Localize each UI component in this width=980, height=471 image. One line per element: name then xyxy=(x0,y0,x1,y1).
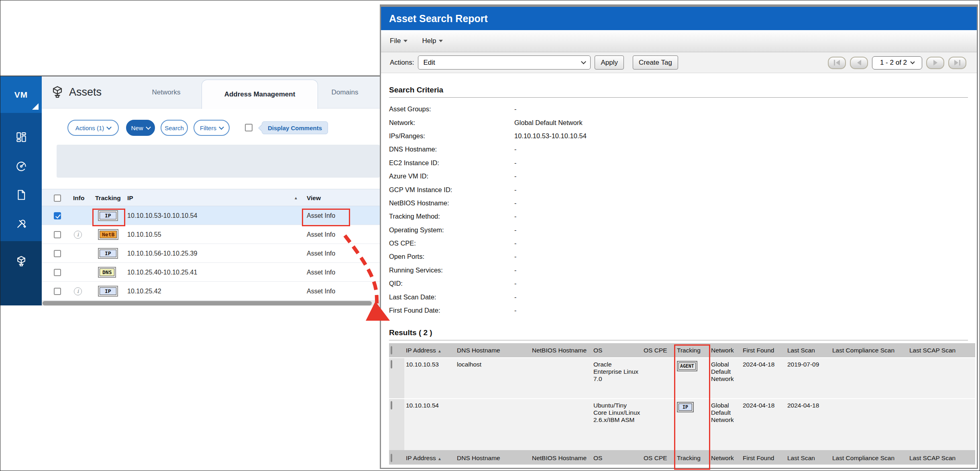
result-os-cpe xyxy=(642,399,675,450)
column-header-os[interactable]: OS xyxy=(592,343,642,358)
info-icon[interactable] xyxy=(74,282,82,301)
actions-dropdown-button[interactable]: Actions (1) xyxy=(67,120,119,136)
asset-info-link[interactable]: Asset Info xyxy=(307,263,335,282)
results-select-all-checkbox[interactable] xyxy=(389,343,404,358)
search-button-label: Search xyxy=(165,125,184,131)
results-row[interactable]: 10.10.10.54 Ubuntu/Tiny Core Linux/Linux… xyxy=(389,399,975,450)
results-select-all-checkbox[interactable] xyxy=(389,450,404,465)
column-header-os[interactable]: OS xyxy=(592,450,642,465)
column-header-ip[interactable]: IP xyxy=(127,189,133,207)
sidebar-item-assets-selected[interactable] xyxy=(0,241,42,305)
column-header-last-scap-scan[interactable]: Last SCAP Scan xyxy=(908,343,975,358)
scrollbar-thumb[interactable] xyxy=(43,301,372,305)
vm-sidebar: VM xyxy=(0,76,42,305)
search-button[interactable]: Search xyxy=(161,120,188,136)
ip-table-row[interactable]: IP 10.10.10.53-10.10.10.54 Asset Info xyxy=(42,206,380,225)
column-header-netbios-hostname[interactable]: NetBIOS Hostname xyxy=(530,343,592,358)
prev-page-button[interactable] xyxy=(850,57,868,69)
column-header-ip-address[interactable]: IP Address ▲ xyxy=(404,343,455,358)
result-tracking-badge: IP xyxy=(675,399,709,450)
filters-dropdown-button[interactable]: Filters xyxy=(194,120,230,136)
next-page-button[interactable] xyxy=(926,57,944,69)
assets-content: Assets Networks Address Management Domai… xyxy=(42,76,380,305)
row-checkbox[interactable] xyxy=(54,225,61,244)
menu-file[interactable]: File xyxy=(390,37,407,45)
column-header-last-compliance-scan[interactable]: Last Compliance Scan xyxy=(831,343,908,358)
actions-select[interactable]: Edit xyxy=(418,55,591,70)
column-header-network[interactable]: Network xyxy=(709,343,741,358)
criteria-label: Open Ports: xyxy=(389,253,514,260)
tab-address-management[interactable]: Address Management xyxy=(202,80,318,109)
column-header-os-cpe[interactable]: OS CPE xyxy=(642,450,675,465)
row-checkbox[interactable] xyxy=(389,399,404,450)
column-header-first-found[interactable]: First Found xyxy=(741,343,786,358)
column-header-view[interactable]: View xyxy=(307,189,321,207)
tab-networks[interactable]: Networks xyxy=(142,76,190,109)
menu-help[interactable]: Help xyxy=(422,37,443,45)
column-header-ip-address[interactable]: IP Address ▲ xyxy=(404,450,455,465)
first-page-button[interactable] xyxy=(828,57,846,69)
sidebar-item-scans[interactable] xyxy=(0,212,42,238)
info-icon[interactable] xyxy=(74,225,82,244)
asset-info-link[interactable]: Asset Info xyxy=(307,225,335,244)
asset-info-link[interactable]: Asset Info xyxy=(307,244,335,263)
criteria-label: Network: xyxy=(389,119,514,127)
ip-range-value: 10.10.10.53-10.10.10.54 xyxy=(127,206,197,225)
first-page-icon xyxy=(834,60,835,66)
criteria-value: - xyxy=(514,105,968,113)
row-checkbox[interactable] xyxy=(389,358,404,399)
ip-table-row[interactable]: IP 10.10.10.56-10.10.25.39 Asset Info xyxy=(42,244,380,263)
ip-table-row[interactable]: NetB 10.10.10.55 Asset Info xyxy=(42,225,380,244)
ip-range-value: 10.10.25.42 xyxy=(127,282,161,301)
sidebar-item-dashboard[interactable] xyxy=(0,125,42,151)
create-tag-button[interactable]: Create Tag xyxy=(633,55,678,70)
column-header-last-scan[interactable]: Last Scan xyxy=(786,450,831,465)
column-header-info[interactable]: Info xyxy=(73,189,84,207)
display-comments-checkbox[interactable] xyxy=(245,124,253,131)
apply-button[interactable]: Apply xyxy=(595,55,624,70)
criteria-value: - xyxy=(514,199,968,207)
column-header-tracking[interactable]: Tracking xyxy=(675,343,709,358)
results-row[interactable]: 10.10.10.53 localhost Oracle Enterprise … xyxy=(389,358,975,399)
vm-module-badge[interactable]: VM xyxy=(0,76,42,113)
row-checkbox[interactable] xyxy=(54,244,61,263)
last-page-button[interactable] xyxy=(948,57,966,69)
column-header-last-scap-scan[interactable]: Last SCAP Scan xyxy=(908,450,975,465)
tab-domains[interactable]: Domains xyxy=(323,76,367,109)
column-header-network[interactable]: Network xyxy=(709,450,741,465)
ip-table-row[interactable]: DNS 10.10.25.40-10.10.25.41 Asset Info xyxy=(42,263,380,282)
column-header-last-scan[interactable]: Last Scan xyxy=(786,343,831,358)
horizontal-scrollbar[interactable] xyxy=(42,301,380,306)
display-comments-tag: Display Comments xyxy=(262,121,328,134)
page-range-dropdown[interactable]: 1 - 2 of 2 xyxy=(872,56,922,70)
column-header-dns-hostname[interactable]: DNS Hostname xyxy=(455,450,530,465)
criteria-value: - xyxy=(514,307,968,314)
column-header-os-cpe[interactable]: OS CPE xyxy=(642,343,675,358)
column-header-last-compliance-scan[interactable]: Last Compliance Scan xyxy=(831,450,908,465)
column-header-tracking[interactable]: Tracking xyxy=(95,189,121,207)
next-page-icon xyxy=(933,60,937,66)
row-checkbox[interactable] xyxy=(54,206,61,225)
sidebar-item-reports[interactable] xyxy=(0,183,42,209)
column-header-netbios-hostname[interactable]: NetBIOS Hostname xyxy=(530,450,592,465)
result-last-scan: 2019-07-09 xyxy=(786,358,831,399)
column-header-first-found[interactable]: First Found xyxy=(741,450,786,465)
select-all-checkbox[interactable] xyxy=(54,189,61,207)
criteria-value: - xyxy=(514,253,968,260)
row-checkbox[interactable] xyxy=(54,263,61,282)
result-tracking-badge: AGENT xyxy=(675,358,709,399)
asset-info-link[interactable]: Asset Info xyxy=(307,206,335,225)
new-dropdown-button[interactable]: New xyxy=(126,120,155,136)
row-checkbox[interactable] xyxy=(54,282,61,301)
column-header-dns-hostname[interactable]: DNS Hostname xyxy=(455,343,530,358)
sidebar-item-monitoring[interactable] xyxy=(0,154,42,180)
column-header-tracking[interactable]: Tracking xyxy=(675,450,709,465)
tracking-badge: IP xyxy=(98,282,118,301)
new-button-label: New xyxy=(131,125,143,131)
criteria-label: QID: xyxy=(389,280,514,287)
menu-down-triangle-icon xyxy=(403,40,407,42)
asset-info-link[interactable]: Asset Info xyxy=(307,282,335,301)
filter-summary-bar xyxy=(57,145,380,178)
results-header-row: IP Address ▲ DNS Hostname NetBIOS Hostna… xyxy=(389,343,975,358)
ip-table-row[interactable]: IP 10.10.25.42 Asset Info xyxy=(42,282,380,301)
